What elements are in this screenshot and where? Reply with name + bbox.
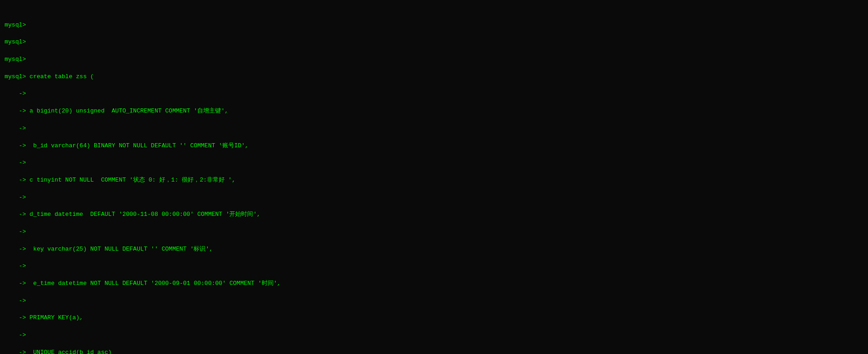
line-13: -> — [5, 228, 863, 236]
line-11: -> — [5, 193, 863, 202]
line-15: -> — [5, 262, 863, 271]
terminal-window: mysql> mysql> mysql> mysql> create table… — [5, 4, 863, 354]
line-2: mysql> — [5, 38, 863, 47]
line-3: mysql> — [5, 55, 863, 64]
line-6: -> a bigint(20) unsigned AUTO_INCREMENT … — [5, 107, 863, 116]
line-20: -> UNIQUE accid(b_id asc) — [5, 349, 863, 354]
line-12: -> d_time datetime DEFAULT '2000-11-08 0… — [5, 210, 863, 219]
line-7: -> — [5, 124, 863, 133]
line-9: -> — [5, 159, 863, 167]
line-5: -> — [5, 90, 863, 98]
line-16: -> e_time datetime NOT NULL DEFAULT '200… — [5, 279, 863, 288]
line-4: mysql> create table zss ( — [5, 73, 863, 81]
terminal-output: mysql> mysql> mysql> mysql> create table… — [5, 21, 863, 354]
line-17: -> — [5, 297, 863, 306]
line-14: -> key varchar(25) NOT NULL DEFAULT '' C… — [5, 245, 863, 254]
line-1: mysql> — [5, 21, 863, 30]
line-18: -> PRIMARY KEY(a), — [5, 314, 863, 322]
line-19: -> — [5, 331, 863, 340]
line-8: -> b_id varchar(64) BINARY NOT NULL DEFA… — [5, 142, 863, 150]
line-10: -> c tinyint NOT NULL COMMENT '状态 0: 好，1… — [5, 176, 863, 185]
